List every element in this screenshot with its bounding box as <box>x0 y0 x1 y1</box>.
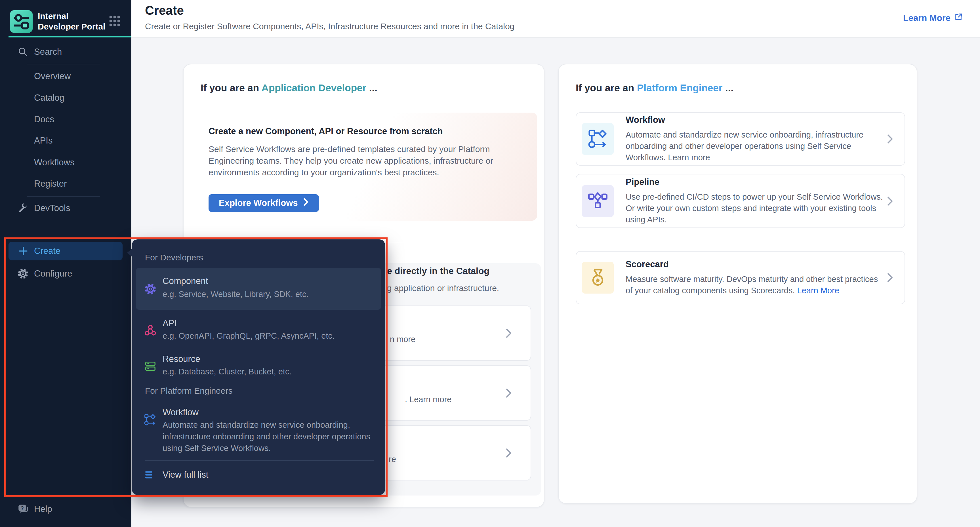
sidebar-item-devtools[interactable]: DevTools <box>0 199 131 217</box>
page-subtitle: Create or Register Software Components, … <box>145 22 514 31</box>
sidebar-item-search[interactable]: Search <box>0 43 131 61</box>
sidebar-item-docs[interactable]: Docs <box>0 110 131 129</box>
learn-more-link[interactable]: Learn More <box>797 286 839 295</box>
catalog-section-heading-fragment: e directly in the Catalog <box>387 266 490 276</box>
catalog-row-text-fragment: re <box>389 455 396 464</box>
sidebar-accent-rule <box>8 36 131 37</box>
list-icon <box>144 469 155 481</box>
sidebar-item-workflows[interactable]: Workflows <box>0 153 131 172</box>
app-logo-icon <box>10 10 33 33</box>
sidebar-item-register[interactable]: Register <box>0 175 131 193</box>
chevron-right-icon <box>506 448 512 458</box>
app-window: Internal Developer Portal Search Overvie… <box>0 0 980 527</box>
row-description: Automate and standardize new service onb… <box>625 129 887 163</box>
view-full-list-item[interactable]: View full list <box>136 465 381 484</box>
chevron-right-icon <box>303 198 309 208</box>
menu-item-api[interactable]: API e.g. OpenAPI, GraphQL, gRPC, AsyncAP… <box>136 312 381 349</box>
heading-highlight: Application Developer <box>262 82 367 93</box>
menu-item-workflow[interactable]: Workflow Automate and standardize new se… <box>136 403 381 456</box>
row-title: Workflow <box>625 115 887 125</box>
help-chat-icon: ? <box>17 503 29 515</box>
apps-grid-icon[interactable] <box>108 14 121 28</box>
flyout-arrow <box>127 248 132 257</box>
logo-row: Internal Developer Portal <box>10 9 123 33</box>
app-title: Internal Developer Portal <box>38 11 106 32</box>
flyout-section-for-developers: For Developers <box>145 253 203 262</box>
sidebar-item-help[interactable]: ? Help <box>0 500 131 519</box>
create-from-scratch-panel: Create a new Component, API or Resource … <box>200 113 537 221</box>
scratch-description: Self Service Workflows are pre-defined t… <box>208 143 536 178</box>
explore-workflows-button[interactable]: Explore Workflows <box>208 194 319 212</box>
plus-icon <box>18 245 29 257</box>
catalog-row-text-fragment: . Learn more <box>405 395 452 404</box>
sidebar-item-configure[interactable]: Configure <box>0 264 131 283</box>
menu-item-resource[interactable]: Resource e.g. Database, Cluster, Bucket,… <box>136 348 381 385</box>
sidebar: Internal Developer Portal Search Overvie… <box>0 0 131 527</box>
sidebar-divider <box>27 64 100 64</box>
search-icon <box>17 46 29 58</box>
pipeline-icon <box>582 185 614 217</box>
chevron-right-icon <box>887 134 893 144</box>
svg-text:?: ? <box>21 505 24 511</box>
sidebar-item-apis[interactable]: APIs <box>0 131 131 150</box>
heading-highlight: Platform Engineer <box>637 82 722 93</box>
external-link-icon <box>954 13 963 24</box>
api-icon <box>144 324 157 337</box>
chevron-right-icon <box>887 196 893 206</box>
scratch-title: Create a new Component, API or Resource … <box>208 126 443 137</box>
sidebar-divider <box>27 196 100 197</box>
workflow-row[interactable]: Workflow Automate and standardize new se… <box>576 112 905 166</box>
sidebar-item-create[interactable]: Create <box>8 242 123 260</box>
catalog-section-subtitle-fragment: g application or infrastructure. <box>387 283 499 293</box>
chevron-right-icon <box>506 388 512 398</box>
component-gear-icon <box>144 283 157 295</box>
page-header: Create Create or Register Software Compo… <box>131 0 980 38</box>
menu-item-component[interactable]: Component e.g. Service, Website, Library… <box>136 268 381 310</box>
card-heading: If you are an Platform Engineer ... <box>576 82 733 94</box>
flyout-divider <box>145 460 374 461</box>
row-description: Measure software maturity. DevOps maturi… <box>625 273 887 296</box>
chevron-right-icon <box>887 273 893 283</box>
scorecard-row[interactable]: Scorecard Measure software maturity. Dev… <box>576 251 905 304</box>
workflow-icon <box>582 123 614 155</box>
learn-more-link[interactable]: Learn More <box>903 13 963 24</box>
chevron-right-icon <box>506 329 512 338</box>
row-title: Pipeline <box>625 177 887 187</box>
flyout-section-for-platform-engineers: For Platform Engineers <box>145 386 232 396</box>
catalog-row-text-fragment: n more <box>390 335 415 344</box>
wrench-icon <box>17 202 29 214</box>
card-heading: If you are an Application Developer ... <box>200 82 377 94</box>
create-flyout-menu: For Developers Component e.g. Service, W… <box>132 240 385 495</box>
gear-icon <box>17 268 29 280</box>
row-description: Use pre-defined CI/CD steps to power up … <box>625 191 887 225</box>
platform-engineer-card: If you are an Platform Engineer ... Work… <box>558 64 917 504</box>
workflow-description: Automate and standardize new service onb… <box>162 419 390 454</box>
workflow-icon <box>144 414 157 427</box>
pipeline-row[interactable]: Pipeline Use pre-defined CI/CD steps to … <box>576 174 905 228</box>
scorecard-medal-icon <box>582 262 614 294</box>
resource-database-icon <box>144 360 157 373</box>
sidebar-item-overview[interactable]: Overview <box>0 67 131 86</box>
page-title: Create <box>145 3 184 17</box>
row-title: Scorecard <box>625 259 887 270</box>
sidebar-item-catalog[interactable]: Catalog <box>0 89 131 107</box>
